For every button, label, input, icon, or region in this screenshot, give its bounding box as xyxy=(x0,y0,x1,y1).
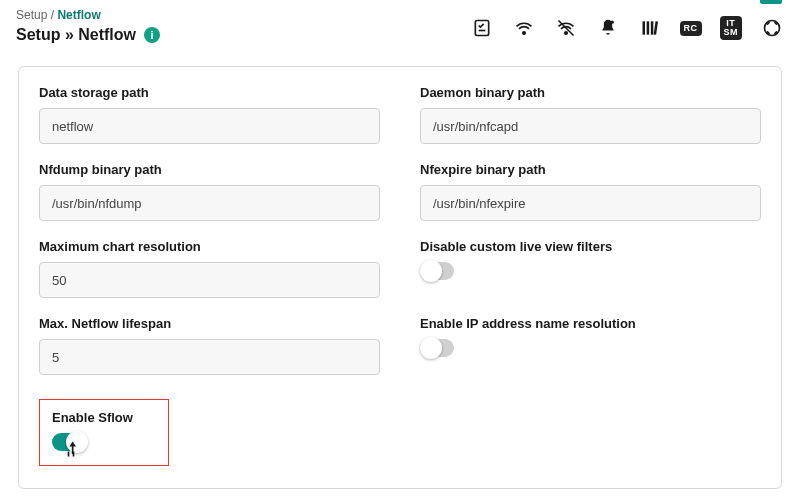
field-max-lifespan: Max. Netflow lifespan xyxy=(39,316,380,375)
breadcrumb-sep: / xyxy=(51,8,54,22)
wifi-icon[interactable] xyxy=(512,16,536,40)
svg-point-4 xyxy=(610,21,613,24)
wifi-off-icon[interactable] xyxy=(554,16,578,40)
label-disable-live-filters: Disable custom live view filters xyxy=(420,239,761,254)
label-nfdump-binary-path: Nfdump binary path xyxy=(39,162,380,177)
rc-badge-icon[interactable]: RC xyxy=(680,21,702,36)
highlight-enable-sflow: Enable Sflow xyxy=(39,399,169,466)
input-data-storage-path[interactable] xyxy=(39,108,380,144)
page-title-prefix: Setup » xyxy=(16,26,74,43)
field-max-chart-resolution: Maximum chart resolution xyxy=(39,239,380,298)
breadcrumb-parent[interactable]: Setup xyxy=(16,8,47,22)
input-max-lifespan[interactable] xyxy=(39,339,380,375)
bell-icon[interactable] xyxy=(596,16,620,40)
svg-point-1 xyxy=(522,32,525,35)
svg-point-9 xyxy=(765,21,780,36)
toggle-disable-live-filters[interactable] xyxy=(420,262,454,280)
input-nfdump-binary-path[interactable] xyxy=(39,185,380,221)
svg-point-2 xyxy=(564,32,567,35)
toggle-enable-sflow[interactable] xyxy=(52,433,86,451)
svg-rect-6 xyxy=(646,21,649,34)
breadcrumb-current[interactable]: Netflow xyxy=(57,8,100,22)
label-daemon-binary-path: Daemon binary path xyxy=(420,85,761,100)
label-nfexpire-binary-path: Nfexpire binary path xyxy=(420,162,761,177)
expand-icon[interactable] xyxy=(760,16,784,40)
label-data-storage-path: Data storage path xyxy=(39,85,380,100)
settings-panel: Data storage path Daemon binary path Nfd… xyxy=(18,66,782,489)
label-max-lifespan: Max. Netflow lifespan xyxy=(39,316,380,331)
svg-rect-7 xyxy=(650,21,653,34)
field-nfdump-binary-path: Nfdump binary path xyxy=(39,162,380,221)
svg-rect-0 xyxy=(475,21,488,36)
input-max-chart-resolution[interactable] xyxy=(39,262,380,298)
page-title-current: Netflow xyxy=(78,26,136,43)
itsm-badge-icon[interactable]: IT SM xyxy=(720,16,743,40)
field-enable-resolution: Enable IP address name resolution xyxy=(420,316,761,375)
page-title: Setup » Netflow xyxy=(16,26,136,44)
field-daemon-binary-path: Daemon binary path xyxy=(420,85,761,144)
svg-rect-5 xyxy=(642,21,645,34)
label-max-chart-resolution: Maximum chart resolution xyxy=(39,239,380,254)
field-disable-live-filters: Disable custom live view filters xyxy=(420,239,761,298)
info-icon[interactable]: i xyxy=(144,27,160,43)
checklist-icon[interactable] xyxy=(470,16,494,40)
toolbar: RC IT SM xyxy=(470,16,785,40)
toggle-enable-resolution[interactable] xyxy=(420,339,454,357)
field-nfexpire-binary-path: Nfexpire binary path xyxy=(420,162,761,221)
field-data-storage-path: Data storage path xyxy=(39,85,380,144)
toolbar-accent xyxy=(760,0,782,4)
label-enable-sflow: Enable Sflow xyxy=(52,410,156,425)
input-daemon-binary-path[interactable] xyxy=(420,108,761,144)
svg-rect-8 xyxy=(653,21,657,35)
library-icon[interactable] xyxy=(638,16,662,40)
input-nfexpire-binary-path[interactable] xyxy=(420,185,761,221)
label-enable-resolution: Enable IP address name resolution xyxy=(420,316,761,331)
breadcrumb: Setup / Netflow xyxy=(16,8,101,22)
